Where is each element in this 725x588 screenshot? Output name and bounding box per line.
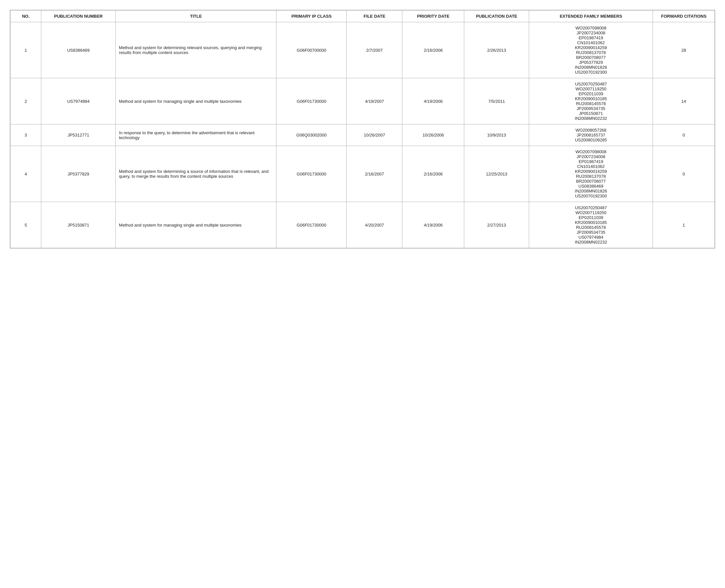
cell-file-date: 4/19/2007 — [347, 78, 402, 124]
cell-no: 4 — [11, 146, 41, 202]
cell-no: 5 — [11, 202, 41, 248]
cell-primary-ip: G06F01730000 — [277, 202, 347, 248]
table-row: 2US7974984Method and system for managing… — [11, 78, 715, 124]
header-title: TITLE — [116, 10, 277, 22]
cell-pub-date: 10/9/2013 — [464, 124, 529, 146]
cell-pub-number: US7974984 — [41, 78, 116, 124]
cell-title: Method and system for managing single an… — [116, 202, 277, 248]
cell-extended-family: WO2008057268JP2008165737US20080109285 — [529, 124, 653, 146]
header-primary-ip: PRIMARY IP CLASS — [277, 10, 347, 22]
cell-extended-family: WO2007098008JP2007234008EP01987419CN1014… — [529, 146, 653, 202]
cell-pub-date: 12/25/2013 — [464, 146, 529, 202]
cell-primary-ip: G06F01730000 — [277, 146, 347, 202]
cell-title: Method and system for determining releva… — [116, 22, 277, 78]
table-row: 5JP5150871Method and system for managing… — [11, 202, 715, 248]
cell-no: 3 — [11, 124, 41, 146]
table-header-row: NO. PUBLICATION NUMBER TITLE PRIMARY IP … — [11, 10, 715, 22]
cell-file-date: 4/20/2007 — [347, 202, 402, 248]
cell-forward-citations: 28 — [653, 22, 715, 78]
table-row: 4JP5377829Method and system for determin… — [11, 146, 715, 202]
cell-pub-date: 2/26/2013 — [464, 22, 529, 78]
cell-title: In response to the query, to determine t… — [116, 124, 277, 146]
table-row: 3JP5312771In response to the query, to d… — [11, 124, 715, 146]
cell-primary-ip: G06F00700000 — [277, 22, 347, 78]
cell-extended-family: US20070250487WO2007119250EP02011039KR200… — [529, 202, 653, 248]
header-file-date: FILE DATE — [347, 10, 402, 22]
cell-primary-ip: G06Q03002000 — [277, 124, 347, 146]
cell-priority-date: 4/19/2006 — [402, 78, 464, 124]
cell-file-date: 2/7/2007 — [347, 22, 402, 78]
cell-title: Method and system for managing single an… — [116, 78, 277, 124]
cell-no: 2 — [11, 78, 41, 124]
cell-file-date: 2/16/2007 — [347, 146, 402, 202]
cell-no: 1 — [11, 22, 41, 78]
cell-priority-date: 4/19/2006 — [402, 202, 464, 248]
cell-pub-number: JP5312771 — [41, 124, 116, 146]
header-pub-date: PUBLICATION DATE — [464, 10, 529, 22]
cell-forward-citations: 1 — [653, 202, 715, 248]
cell-forward-citations: 0 — [653, 146, 715, 202]
table-row: 1US8386469Method and system for determin… — [11, 22, 715, 78]
header-pub-number: PUBLICATION NUMBER — [41, 10, 116, 22]
header-forward-citations: FORWARD CITATIONS — [653, 10, 715, 22]
cell-forward-citations: 0 — [653, 124, 715, 146]
cell-file-date: 10/26/2007 — [347, 124, 402, 146]
header-priority-date: PRIORITY DATE — [402, 10, 464, 22]
cell-extended-family: US20070250487WO2007119250EP02011039KR200… — [529, 78, 653, 124]
header-extended-family: EXTENDED FAMILY MEMBERS — [529, 10, 653, 22]
header-no: NO. — [11, 10, 41, 22]
cell-pub-number: JP5150871 — [41, 202, 116, 248]
cell-pub-date: 7/5/2011 — [464, 78, 529, 124]
cell-extended-family: WO2007098008JP2007234008EP01987419CN1014… — [529, 22, 653, 78]
cell-pub-number: US8386469 — [41, 22, 116, 78]
cell-priority-date: 2/16/2006 — [402, 146, 464, 202]
cell-forward-citations: 14 — [653, 78, 715, 124]
cell-pub-number: JP5377829 — [41, 146, 116, 202]
cell-priority-date: 2/16/2006 — [402, 22, 464, 78]
cell-pub-date: 2/27/2013 — [464, 202, 529, 248]
cell-primary-ip: G06F01730000 — [277, 78, 347, 124]
cell-title: Method and system for determining a sour… — [116, 146, 277, 202]
patents-table: NO. PUBLICATION NUMBER TITLE PRIMARY IP … — [10, 10, 715, 249]
cell-priority-date: 10/26/2006 — [402, 124, 464, 146]
